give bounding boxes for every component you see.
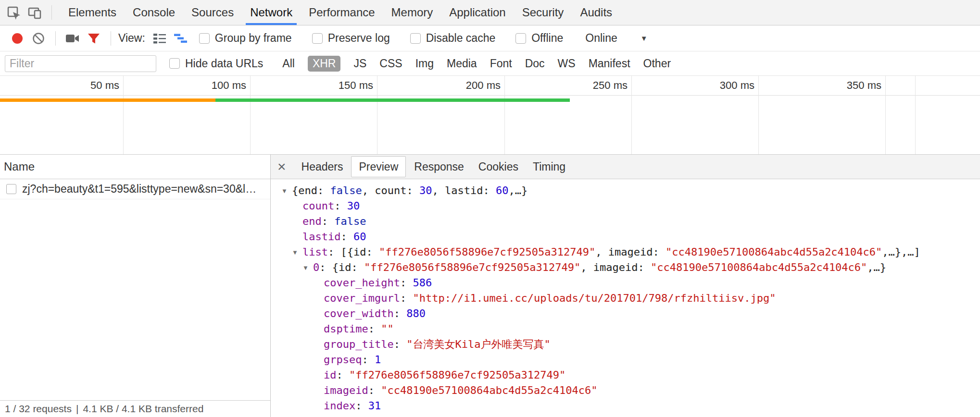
detail-tab-response[interactable]: Response — [407, 155, 471, 179]
timeline-gridline — [758, 76, 759, 154]
record-button[interactable] — [7, 26, 28, 51]
token-num: 60 — [496, 184, 509, 196]
token-plain: : — [394, 307, 407, 319]
status-bar: 1 / 32 requests | 4.1 KB / 4.1 KB transf… — [0, 400, 270, 417]
filter-type-all[interactable]: All — [282, 57, 295, 70]
network-toolbar: View: Group by framePreserve logDisable … — [0, 25, 980, 51]
block-icon — [32, 32, 45, 45]
token-num: 880 — [406, 307, 426, 319]
tab-memory[interactable]: Memory — [383, 0, 441, 25]
checkbox-box-icon — [169, 58, 180, 69]
tree-line: id: "ff276e8056f58896e7cf92505a312749" — [271, 368, 980, 383]
throttling-select[interactable]: Online ▼ — [585, 32, 647, 45]
filter-type-css[interactable]: CSS — [379, 57, 402, 70]
filter-type-ws[interactable]: WS — [558, 57, 576, 70]
detail-tabs-list: HeadersPreviewResponseCookiesTiming — [294, 155, 573, 179]
tree-line: index: 31 — [271, 398, 980, 414]
checkbox-offline[interactable]: Offline — [515, 32, 563, 45]
token-plain: : — [394, 338, 407, 350]
waterfall-icon — [174, 32, 188, 45]
clear-button[interactable] — [28, 26, 49, 51]
throttling-value: Online — [585, 32, 617, 45]
tab-audits[interactable]: Audits — [572, 0, 620, 25]
token-str: "ff276e8056f58896e7cf92505a312749" — [349, 369, 565, 381]
checkbox-disable-cache[interactable]: Disable cache — [410, 32, 495, 45]
token-bool: false — [334, 215, 366, 227]
token-bool: false — [330, 184, 362, 196]
detail-tab-cookies[interactable]: Cookies — [471, 155, 526, 179]
timeline-gridline — [250, 76, 251, 154]
detail-tab-timing[interactable]: Timing — [526, 155, 573, 179]
filter-input[interactable] — [5, 55, 156, 72]
list-rows-icon — [152, 32, 167, 45]
token-num: 31 — [368, 400, 381, 412]
screenshot-button[interactable] — [62, 26, 83, 51]
checkbox-preserve-log[interactable]: Preserve log — [312, 32, 390, 45]
tab-security[interactable]: Security — [514, 0, 572, 25]
expand-arrow-icon[interactable]: ▼ — [302, 260, 313, 276]
token-plain: : — [368, 323, 381, 335]
filter-button[interactable] — [83, 26, 104, 51]
filter-type-other[interactable]: Other — [643, 57, 671, 70]
request-row[interactable]: zj?ch=beauty&t1=595&listtype=new&sn=30&l… — [0, 179, 270, 199]
token-plain: : — [355, 400, 368, 412]
filter-type-manifest[interactable]: Manifest — [589, 57, 630, 70]
checkbox-group-by-frame[interactable]: Group by frame — [199, 32, 292, 45]
token-plain: ,…} — [867, 261, 886, 273]
tree-line[interactable]: ▼list: [{id: "ff276e8056f58896e7cf92505a… — [271, 245, 980, 260]
token-plain: ,…},…] — [882, 246, 920, 258]
token-str: "cc48190e57100864abc4d55a2c4104c6" — [666, 246, 882, 258]
filter-type-img[interactable]: Img — [415, 57, 434, 70]
checkbox-label: Preserve log — [328, 32, 390, 45]
token-plain: , imageid: — [580, 261, 651, 273]
token-str: "cc48190e57100864abc4d55a2c4104c6" — [651, 261, 867, 273]
status-requests: 1 / 32 requests — [5, 403, 72, 415]
device-toolbar-button[interactable] — [24, 0, 45, 25]
network-overview[interactable]: 50 ms100 ms150 ms200 ms250 ms300 ms350 m… — [0, 76, 980, 154]
detail-tab-preview[interactable]: Preview — [351, 156, 406, 177]
expand-arrow-icon[interactable]: ▼ — [292, 245, 302, 260]
network-overview-bar-green — [215, 98, 570, 102]
token-num: 586 — [413, 277, 432, 289]
tree-line: cover_width: 880 — [271, 306, 980, 321]
detail-tab-headers[interactable]: Headers — [294, 155, 351, 179]
tab-application[interactable]: Application — [441, 0, 514, 25]
panel-divider[interactable] — [270, 154, 271, 417]
filter-type-font[interactable]: Font — [490, 57, 512, 70]
token-plain: , imageid: — [595, 246, 666, 258]
checkbox-hide-data-urls[interactable]: Hide data URLs — [169, 57, 263, 70]
chevron-down-icon: ▼ — [641, 34, 648, 42]
separator — [51, 5, 52, 20]
filter-type-xhr[interactable]: XHR — [308, 56, 341, 72]
expand-arrow-icon[interactable]: ▼ — [281, 184, 292, 199]
separator — [111, 31, 111, 46]
name-column-header[interactable]: Name — [0, 155, 270, 179]
tab-network[interactable]: Network — [242, 0, 301, 25]
request-checkbox[interactable] — [6, 184, 16, 194]
filter-type-doc[interactable]: Doc — [525, 57, 545, 70]
detail-tab-strip: × HeadersPreviewResponseCookiesTiming — [271, 155, 980, 179]
tab-performance[interactable]: Performance — [301, 0, 383, 25]
tab-sources[interactable]: Sources — [183, 0, 242, 25]
token-plain: ,…} — [508, 184, 528, 196]
tab-console[interactable]: Console — [125, 0, 183, 25]
inspect-element-button[interactable] — [3, 0, 24, 25]
token-plain: : [{id: — [328, 246, 379, 258]
overview-toggle[interactable] — [170, 26, 191, 51]
filter-type-js[interactable]: JS — [353, 57, 366, 70]
filter-type-media[interactable]: Media — [447, 57, 477, 70]
close-details-button[interactable]: × — [277, 159, 286, 174]
tree-line: group_title: "台湾美女Kila户外唯美写真" — [271, 337, 980, 352]
tree-line[interactable]: ▼0: {id: "ff276e8056f58896e7cf92505a3127… — [271, 260, 980, 275]
tree-line[interactable]: ▼{end: false, count: 30, lastid: 60,…} — [271, 183, 980, 198]
checkbox-box-icon — [312, 33, 323, 44]
tree-line: lastid: 60 — [271, 229, 980, 245]
token-str: "台湾美女Kila户外唯美写真" — [406, 338, 550, 350]
funnel-icon — [88, 33, 100, 44]
token-plain: : — [368, 384, 381, 396]
status-transferred: 4.1 KB / 4.1 KB transferred — [83, 403, 203, 415]
tab-elements[interactable]: Elements — [60, 0, 125, 25]
small-rows-toggle[interactable] — [149, 26, 170, 51]
token-str: "" — [381, 323, 394, 335]
devtools-tab-bar: ElementsConsoleSourcesNetworkPerformance… — [0, 0, 980, 25]
